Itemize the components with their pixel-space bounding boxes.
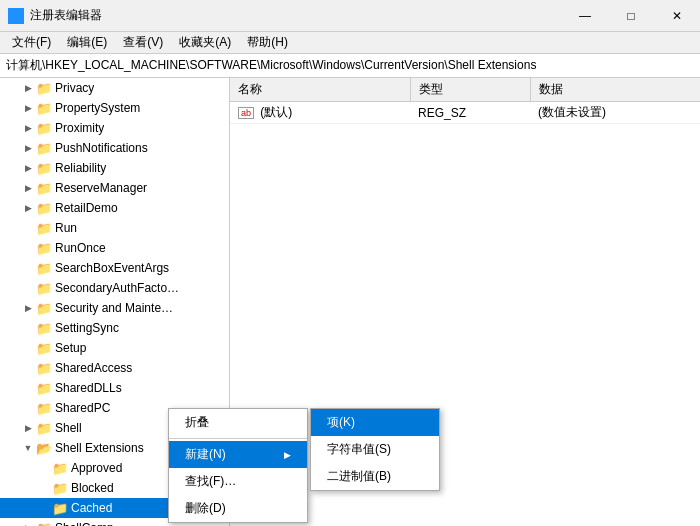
submenu-key-label: 项(K) bbox=[327, 415, 355, 429]
table-cell-type: REG_SZ bbox=[410, 102, 530, 124]
ctx-find-label: 查找(F)… bbox=[185, 473, 236, 490]
folder-icon: 📁 bbox=[36, 101, 52, 116]
tree-item-runonce[interactable]: 📁 RunOnce bbox=[0, 238, 229, 258]
folder-icon: 📁 bbox=[36, 321, 52, 336]
folder-icon: 📁 bbox=[36, 201, 52, 216]
menu-favorites[interactable]: 收藏夹(A) bbox=[171, 32, 239, 53]
expander-icon: ▼ bbox=[20, 443, 36, 453]
submenu[interactable]: 项(K) 字符串值(S) 二进制值(B) bbox=[310, 408, 440, 491]
col-name[interactable]: 名称 bbox=[230, 78, 410, 102]
menu-help[interactable]: 帮助(H) bbox=[239, 32, 296, 53]
address-path: 计算机\HKEY_LOCAL_MACHINE\SOFTWARE\Microsof… bbox=[6, 57, 536, 74]
submenu-item-binary[interactable]: 二进制值(B) bbox=[311, 463, 439, 490]
minimize-button[interactable]: — bbox=[562, 0, 608, 32]
tree-item-settingsync[interactable]: 📁 SettingSync bbox=[0, 318, 229, 338]
menu-file[interactable]: 文件(F) bbox=[4, 32, 59, 53]
tree-item-setup[interactable]: 📁 Setup bbox=[0, 338, 229, 358]
expander-icon: ▶ bbox=[20, 83, 36, 93]
tree-item-reliability[interactable]: ▶ 📁 Reliability bbox=[0, 158, 229, 178]
tree-item-label: Reliability bbox=[55, 161, 106, 175]
tree-item-searchboxeventargs[interactable]: 📁 SearchBoxEventArgs bbox=[0, 258, 229, 278]
folder-icon: 📁 bbox=[36, 121, 52, 136]
tree-item-privacy[interactable]: ▶ 📁 Privacy bbox=[0, 78, 229, 98]
tree-item-shareddlls[interactable]: 📁 SharedDLLs bbox=[0, 378, 229, 398]
submenu-arrow-icon: ▶ bbox=[284, 450, 291, 460]
submenu-binary-label: 二进制值(B) bbox=[327, 469, 391, 483]
ctx-divider bbox=[169, 438, 307, 439]
ctx-collapse[interactable]: 折叠 bbox=[169, 409, 307, 436]
expander-icon: ▶ bbox=[20, 423, 36, 433]
ctx-find[interactable]: 查找(F)… bbox=[169, 468, 307, 495]
maximize-button[interactable]: □ bbox=[608, 0, 654, 32]
menu-view[interactable]: 查看(V) bbox=[115, 32, 171, 53]
svg-rect-2 bbox=[9, 17, 15, 23]
folder-icon: 📁 bbox=[36, 281, 52, 296]
ctx-new[interactable]: 新建(N) ▶ bbox=[169, 441, 307, 468]
tree-item-label: Privacy bbox=[55, 81, 94, 95]
menu-bar: 文件(F) 编辑(E) 查看(V) 收藏夹(A) 帮助(H) bbox=[0, 32, 700, 54]
tree-item-sharedaccess[interactable]: 📁 SharedAccess bbox=[0, 358, 229, 378]
folder-icon: 📁 bbox=[52, 461, 68, 476]
folder-icon: 📁 bbox=[36, 81, 52, 96]
ctx-new-label: 新建(N) bbox=[185, 446, 226, 463]
tree-item-label: RetailDemo bbox=[55, 201, 118, 215]
tree-item-label: Shell bbox=[55, 421, 82, 435]
row-name-value: (默认) bbox=[260, 105, 292, 119]
table-cell-name: ab (默认) bbox=[230, 102, 410, 124]
tree-item-run[interactable]: 📁 Run bbox=[0, 218, 229, 238]
tree-item-label: Proximity bbox=[55, 121, 104, 135]
tree-item-pushnotifications[interactable]: ▶ 📁 PushNotifications bbox=[0, 138, 229, 158]
folder-icon: 📁 bbox=[36, 221, 52, 236]
tree-item-label: Setup bbox=[55, 341, 86, 355]
tree-item-label: Shell Extensions bbox=[55, 441, 144, 455]
svg-rect-0 bbox=[9, 9, 15, 15]
folder-icon: 📁 bbox=[36, 181, 52, 196]
window-controls: — □ ✕ bbox=[562, 0, 700, 32]
ctx-delete[interactable]: 删除(D) bbox=[169, 495, 307, 522]
svg-rect-3 bbox=[17, 17, 23, 23]
submenu-item-key[interactable]: 项(K) bbox=[311, 409, 439, 436]
expander-icon: ▶ bbox=[20, 143, 36, 153]
tree-item-reservemanager[interactable]: ▶ 📁 ReserveManager bbox=[0, 178, 229, 198]
folder-icon: 📁 bbox=[36, 361, 52, 376]
folder-icon: 📁 bbox=[52, 501, 68, 516]
folder-icon: 📂 bbox=[36, 441, 52, 456]
tree-item-label: SettingSync bbox=[55, 321, 119, 335]
tree-item-security[interactable]: ▶ 📁 Security and Mainte… bbox=[0, 298, 229, 318]
address-bar: 计算机\HKEY_LOCAL_MACHINE\SOFTWARE\Microsof… bbox=[0, 54, 700, 78]
tree-item-label: Run bbox=[55, 221, 77, 235]
table-cell-data: (数值未设置) bbox=[530, 102, 700, 124]
tree-item-label: PushNotifications bbox=[55, 141, 148, 155]
tree-item-label: PropertySystem bbox=[55, 101, 140, 115]
folder-icon: 📁 bbox=[36, 261, 52, 276]
table-row[interactable]: ab (默认) REG_SZ (数值未设置) bbox=[230, 102, 700, 124]
folder-icon: 📁 bbox=[52, 481, 68, 496]
expander-icon: ▶ bbox=[20, 303, 36, 313]
app-icon bbox=[8, 8, 24, 24]
tree-item-label: SearchBoxEventArgs bbox=[55, 261, 169, 275]
col-data[interactable]: 数据 bbox=[530, 78, 700, 102]
tree-item-label: ShellComp… bbox=[55, 521, 126, 526]
tree-item-label: SecondaryAuthFacto… bbox=[55, 281, 179, 295]
svg-rect-1 bbox=[17, 9, 23, 15]
tree-item-retaildemo[interactable]: ▶ 📁 RetailDemo bbox=[0, 198, 229, 218]
expander-icon: ▶ bbox=[20, 203, 36, 213]
folder-icon: 📁 bbox=[36, 341, 52, 356]
tree-item-label: RunOnce bbox=[55, 241, 106, 255]
folder-icon: 📁 bbox=[36, 141, 52, 156]
folder-icon: 📁 bbox=[36, 521, 52, 527]
window-title: 注册表编辑器 bbox=[30, 7, 102, 24]
tree-item-secondaryauthfact[interactable]: 📁 SecondaryAuthFacto… bbox=[0, 278, 229, 298]
tree-item-proximity[interactable]: ▶ 📁 Proximity bbox=[0, 118, 229, 138]
col-type[interactable]: 类型 bbox=[410, 78, 530, 102]
context-menu[interactable]: 折叠 新建(N) ▶ 查找(F)… 删除(D) bbox=[168, 408, 308, 523]
menu-edit[interactable]: 编辑(E) bbox=[59, 32, 115, 53]
submenu-item-string[interactable]: 字符串值(S) bbox=[311, 436, 439, 463]
registry-table: 名称 类型 数据 ab (默认) REG_SZ (数值未设置) bbox=[230, 78, 700, 124]
close-button[interactable]: ✕ bbox=[654, 0, 700, 32]
tree-item-propertysystem[interactable]: ▶ 📁 PropertySystem bbox=[0, 98, 229, 118]
ctx-collapse-label: 折叠 bbox=[185, 414, 209, 431]
tree-item-label: ReserveManager bbox=[55, 181, 147, 195]
ab-icon: ab bbox=[238, 107, 254, 119]
folder-icon: 📁 bbox=[36, 401, 52, 416]
